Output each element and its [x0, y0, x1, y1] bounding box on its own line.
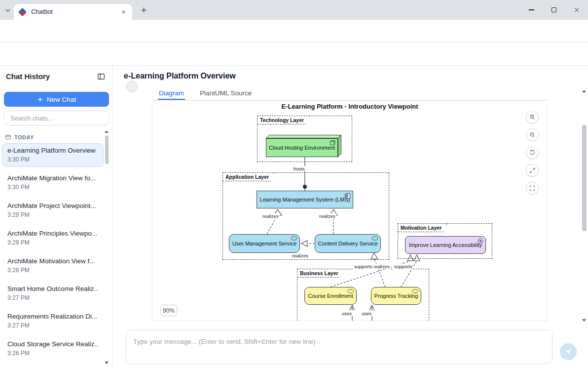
chat-list-item[interactable]: ArchiMate Principles Viewpo... 3:29 PM	[2, 226, 104, 250]
plus-icon	[37, 96, 43, 103]
node-label: Cloud Hosting Environment	[269, 145, 335, 151]
service-icon	[347, 289, 354, 293]
today-label: TODAY	[14, 134, 34, 140]
diagram-canvas: E-Learning Platform - Introductory Viewp…	[152, 100, 548, 321]
message-input[interactable]	[126, 330, 552, 364]
node-cube-icon	[330, 140, 335, 146]
chat-item-title: ArchiMate Migration View fo...	[7, 174, 98, 182]
service-icon	[371, 236, 378, 241]
main-scrollbar-thumb[interactable]	[582, 125, 587, 231]
edge-label: realizes	[261, 213, 280, 219]
edge-label: uses	[341, 311, 353, 316]
node-progress-tracking: Progress Tracking	[371, 287, 421, 305]
node-course-enrollment: Course Enrollment	[304, 287, 357, 305]
sidebar-scrollbar-thumb[interactable]	[105, 135, 109, 164]
node-label: User Management Service	[232, 241, 296, 246]
zoom-level-badge: 90%	[160, 305, 177, 316]
message-input-box	[126, 329, 552, 364]
main-scroll-down-icon[interactable]	[582, 319, 586, 322]
tab-diagram-label: Diagram	[159, 89, 184, 97]
window-controls	[520, 0, 588, 20]
node-improve-learning-accessibility: Improve Learning Accessibility	[405, 236, 486, 254]
chat-list-item[interactable]: e-Learning Platform Overview 3:30 PM	[2, 143, 104, 167]
chat-item-time: 3:27 PM	[7, 322, 98, 329]
chat-list-item[interactable]: Cloud Storage Service Realiz... 3:26 PM	[2, 337, 104, 361]
tab-diagram[interactable]: Diagram	[158, 87, 185, 100]
result-tabs: Diagram PlantUML Source	[152, 87, 548, 100]
reset-view-button[interactable]	[526, 146, 539, 159]
browser-tab[interactable]: Chatbot	[14, 4, 132, 20]
sidebar-scroll-down-icon[interactable]	[105, 362, 109, 364]
chat-item-time: 3:27 PM	[7, 294, 98, 301]
chat-list-item[interactable]: ArchiMate Motivation View f... 3:28 PM	[2, 254, 104, 278]
chat-item-title: ArchiMate Project Viewpoint...	[7, 202, 98, 209]
zoom-out-button[interactable]	[526, 128, 539, 141]
message-avatar	[126, 81, 138, 92]
chat-item-time: 3:29 PM	[7, 211, 98, 218]
main-scroll-up-icon[interactable]	[582, 90, 586, 92]
sidebar-scroll-up-icon[interactable]	[105, 130, 109, 133]
paper-plane-icon	[564, 348, 572, 356]
node-label: Progress Tracking	[374, 293, 418, 299]
edge-label: supports	[353, 264, 373, 269]
node-label: Improve Learning Accessibility	[409, 242, 482, 248]
new-chat-button[interactable]: New Chat	[4, 92, 109, 107]
page-title: e-Learning Platform Overview	[124, 72, 236, 81]
expand-arrows-button[interactable]	[526, 164, 539, 177]
sidebar-title: Chat History	[6, 72, 50, 81]
tab-plantuml-source[interactable]: PlantUML Source	[199, 87, 253, 100]
component-icon	[344, 193, 351, 199]
chat-item-title: e-Learning Platform Overview	[7, 147, 98, 154]
chat-item-title: Smart Home Outcome Realiz...	[7, 285, 98, 292]
service-icon	[291, 236, 297, 241]
chat-item-time: 3:26 PM	[7, 350, 98, 357]
goal-target-icon	[478, 238, 483, 244]
favicon-icon	[18, 7, 27, 16]
chat-list-item[interactable]: Requirements Realization Di... 3:27 PM	[2, 309, 104, 333]
node-label: Content Delivery Service	[318, 241, 377, 246]
tab-close-icon[interactable]	[119, 8, 127, 16]
edge-label: realizes	[372, 264, 391, 269]
group-label: Motivation Layer	[398, 224, 447, 232]
chat-list-item[interactable]: Smart Home Outcome Realiz... 3:27 PM	[2, 282, 104, 305]
chat-list-item[interactable]: ArchiMate Migration View fo... 3:30 PM	[2, 171, 104, 195]
calendar-icon	[5, 134, 11, 140]
group-label: Application Layer	[223, 173, 274, 181]
edge-label: supports	[393, 264, 413, 269]
chat-item-time: 3:30 PM	[7, 156, 98, 163]
chat-item-title: Cloud Storage Service Realiz...	[7, 340, 98, 348]
close-button[interactable]	[565, 0, 588, 20]
group-label: Business Layer	[297, 269, 344, 278]
zoom-in-button[interactable]	[526, 111, 539, 123]
edge-label: uses	[361, 311, 372, 316]
chat-list-item[interactable]: ArchiMate Project Viewpoint... 3:29 PM	[2, 199, 104, 222]
minimize-button[interactable]	[520, 0, 543, 20]
tab-source-label: PlantUML Source	[200, 89, 252, 97]
send-button[interactable]	[560, 343, 577, 360]
chat-item-time: 3:29 PM	[7, 239, 98, 246]
maximize-button[interactable]	[543, 0, 565, 20]
diagram-title: E-Learning Platform - Introductory Viewp…	[152, 103, 547, 110]
edge-label: realizes	[318, 213, 336, 219]
main-content: e-Learning Platform Overview Diagram Pla…	[113, 66, 588, 368]
search-chats-input[interactable]	[4, 111, 109, 125]
edge-label: hosts	[293, 166, 306, 171]
sidebar-collapse-icon[interactable]	[97, 72, 106, 81]
tab-search-chevron-icon[interactable]	[4, 6, 12, 14]
group-label: Technology Layer	[257, 116, 309, 124]
chat-item-title: ArchiMate Principles Viewpo...	[7, 230, 98, 237]
tab-strip: Chatbot	[0, 0, 588, 20]
new-chat-label: New Chat	[47, 96, 76, 103]
node-user-management-service: User Management Service	[229, 234, 300, 253]
app-header: Chatbot Powered by Visual Paradigm More …	[0, 42, 588, 66]
browser-toolbar: ai-toolbox.visual-paradigm.com/app/chatb…	[0, 20, 588, 42]
node-content-delivery-service: Content Delivery Service	[315, 234, 381, 253]
chat-item-title: ArchiMate Motivation View f...	[7, 257, 98, 265]
node-lms: Learning Management System (LMS)	[257, 191, 353, 208]
service-icon	[412, 289, 419, 293]
fullscreen-button[interactable]	[526, 182, 539, 195]
node-label: Learning Management System (LMS)	[260, 197, 350, 203]
new-tab-button[interactable]	[140, 6, 147, 14]
tab-title: Chatbot	[31, 8, 119, 15]
chat-item-time: 3:30 PM	[7, 184, 98, 191]
